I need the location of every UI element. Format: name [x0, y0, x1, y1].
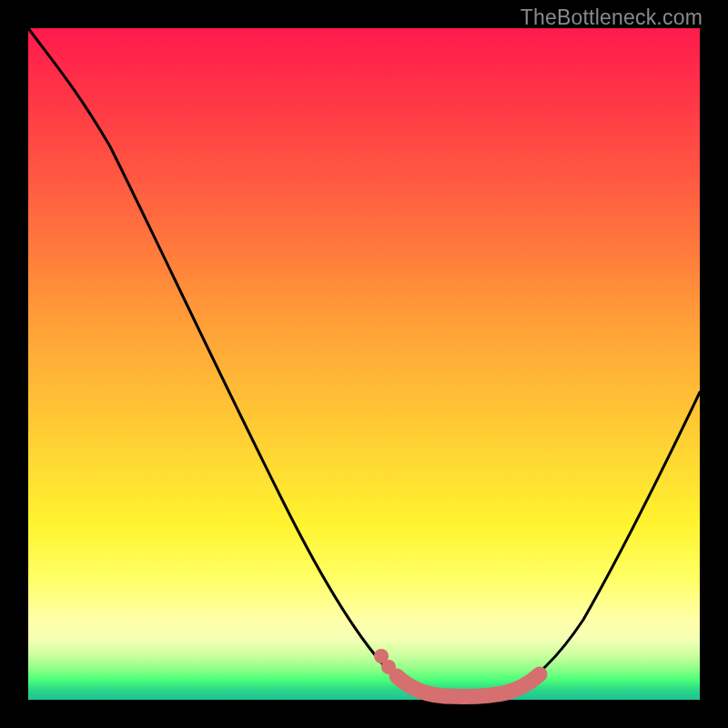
chart-frame: TheBottleneck.com — [0, 0, 728, 728]
bottleneck-curve — [28, 28, 700, 697]
optimal-range-highlight — [397, 674, 540, 697]
highlight-marker — [381, 660, 396, 674]
curve-layer — [28, 28, 700, 700]
watermark-text: TheBottleneck.com — [521, 5, 703, 30]
